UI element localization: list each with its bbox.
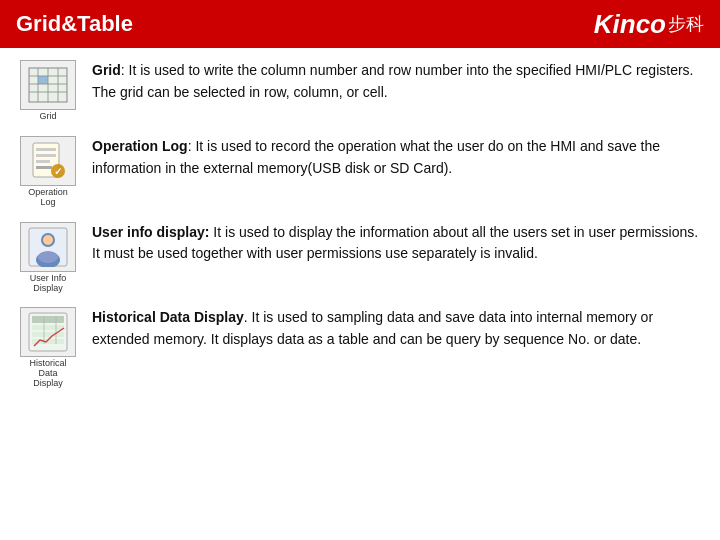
oplog-icon: ✓ bbox=[20, 136, 76, 186]
svg-rect-21 bbox=[32, 316, 64, 323]
userinfo-icon bbox=[20, 222, 76, 272]
page-title: Grid&Table bbox=[16, 11, 133, 37]
oplog-description: Operation Log: It is used to record the … bbox=[92, 136, 700, 179]
userinfo-description: User info display: It is used to display… bbox=[92, 222, 700, 265]
logo-chinese: 步科 bbox=[668, 12, 704, 36]
historical-icon-box: HistoricalDataDisplay bbox=[20, 307, 76, 389]
svg-rect-11 bbox=[36, 160, 50, 163]
oplog-icon-box: ✓ OperationLog bbox=[20, 136, 76, 208]
grid-icon bbox=[20, 60, 76, 110]
grid-description: Grid: It is used to write the column num… bbox=[92, 60, 700, 103]
svg-rect-9 bbox=[36, 148, 56, 151]
content-area: Grid Grid: It is used to write the colum… bbox=[0, 48, 720, 401]
historical-icon bbox=[20, 307, 76, 357]
userinfo-icon-box: User InfoDisplay bbox=[20, 222, 76, 294]
svg-rect-22 bbox=[32, 325, 64, 330]
logo: Kinco 步科 bbox=[594, 9, 704, 40]
list-item: ✓ OperationLog Operation Log: It is used… bbox=[20, 136, 700, 208]
svg-rect-12 bbox=[36, 166, 52, 169]
svg-text:✓: ✓ bbox=[54, 166, 62, 177]
historical-icon-label: HistoricalDataDisplay bbox=[29, 359, 66, 389]
logo-kinco: Kinco bbox=[594, 9, 666, 40]
svg-rect-7 bbox=[38, 76, 48, 84]
svg-rect-23 bbox=[32, 332, 64, 337]
svg-point-18 bbox=[43, 235, 53, 245]
svg-rect-10 bbox=[36, 154, 56, 157]
historical-description: Historical Data Display. It is used to s… bbox=[92, 307, 700, 350]
list-item: HistoricalDataDisplay Historical Data Di… bbox=[20, 307, 700, 389]
svg-point-19 bbox=[38, 251, 58, 263]
oplog-icon-label: OperationLog bbox=[28, 188, 68, 208]
userinfo-icon-label: User InfoDisplay bbox=[30, 274, 67, 294]
grid-icon-label: Grid bbox=[39, 112, 56, 122]
header: Grid&Table Kinco 步科 bbox=[0, 0, 720, 48]
list-item: User InfoDisplay User info display: It i… bbox=[20, 222, 700, 294]
list-item: Grid Grid: It is used to write the colum… bbox=[20, 60, 700, 122]
grid-icon-box: Grid bbox=[20, 60, 76, 122]
